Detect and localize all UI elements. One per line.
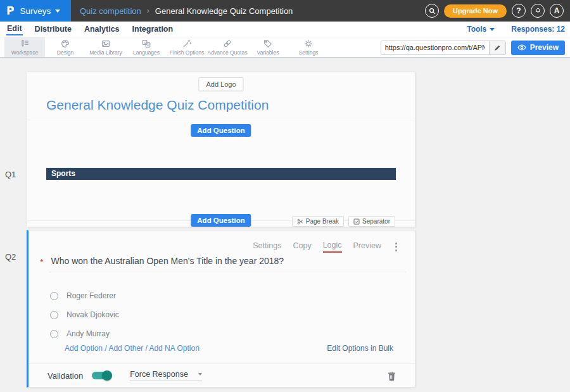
nav-tab-integration[interactable]: Integration bbox=[132, 24, 174, 35]
question-number-q1: Q1 bbox=[5, 170, 16, 179]
force-response-dropdown[interactable]: Force Response bbox=[130, 370, 202, 381]
question-tab-settings[interactable]: Settings bbox=[253, 241, 281, 252]
page-break-label: Page Break bbox=[306, 218, 339, 225]
scissors-icon bbox=[297, 218, 303, 225]
toolbar-tab-design[interactable]: Design bbox=[45, 37, 86, 57]
toggle-knob bbox=[102, 370, 112, 381]
breadcrumb-current: General Knowledge Quiz Competition bbox=[155, 6, 293, 16]
add-question-button-bottom[interactable]: Add Question bbox=[191, 214, 251, 227]
breadcrumb-parent-link[interactable]: Quiz competition bbox=[80, 6, 141, 16]
gear-icon bbox=[303, 39, 314, 49]
toolbar-right: Preview bbox=[381, 37, 565, 58]
toolbar-tab-workspace[interactable]: Workspace bbox=[4, 37, 45, 57]
surveys-menu[interactable]: P Surveys bbox=[0, 0, 71, 22]
add-logo-button[interactable]: Add Logo bbox=[198, 77, 243, 91]
surveys-menu-label: Surveys bbox=[20, 6, 51, 16]
toolbar-tab-media-library[interactable]: Media Library bbox=[86, 37, 126, 57]
section-header-sports[interactable]: Sports bbox=[46, 168, 396, 180]
toolbar-tab-label: Settings bbox=[299, 49, 319, 56]
survey-url-input[interactable] bbox=[381, 41, 489, 54]
more-menu-icon[interactable] bbox=[394, 241, 398, 253]
toolbar-tab-label: Variables bbox=[257, 49, 279, 56]
image-icon bbox=[101, 39, 111, 49]
option-label[interactable]: Andy Murray bbox=[66, 329, 110, 338]
help-icon: ? bbox=[516, 6, 521, 15]
force-response-label: Force Response bbox=[130, 370, 188, 379]
search-button[interactable] bbox=[425, 4, 439, 18]
divider bbox=[27, 120, 415, 120]
toolbar-tab-variables[interactable]: Variables bbox=[248, 37, 288, 57]
survey-header-card: Add Logo General Knowledge Quiz Competit… bbox=[27, 72, 415, 227]
validation-toggle[interactable] bbox=[92, 372, 111, 379]
preview-label: Preview bbox=[530, 43, 559, 52]
separator-label: Separator bbox=[362, 218, 390, 225]
toolbar-tab-languages[interactable]: x A Languages bbox=[126, 37, 167, 57]
survey-title[interactable]: General Knowledge Quiz Competition bbox=[46, 98, 269, 113]
breadcrumb: Quiz competition › General Knowledge Qui… bbox=[80, 6, 293, 16]
nav-tab-edit[interactable]: Edit bbox=[6, 23, 23, 35]
survey-canvas: Q1 Q2 Add Logo General Knowledge Quiz Co… bbox=[0, 58, 570, 392]
link-separator: / bbox=[103, 344, 108, 353]
question-tab-logic[interactable]: Logic bbox=[323, 241, 342, 253]
questionpro-logo: P bbox=[6, 4, 14, 17]
question-text-field[interactable]: Who won the Australian Open Men's Title … bbox=[49, 256, 406, 272]
question-number-q2: Q2 bbox=[5, 252, 16, 262]
tag-icon bbox=[263, 39, 273, 49]
validation-label: Validation bbox=[48, 371, 83, 381]
question-action-tabs: Settings Copy Logic Preview bbox=[253, 241, 398, 253]
add-question-button-top[interactable]: Add Question bbox=[191, 124, 251, 137]
toolbar-tab-label: Workspace bbox=[11, 49, 38, 56]
tools-dropdown[interactable]: Tools bbox=[467, 25, 495, 34]
toolbar-tab-advance-quotas[interactable]: Advance Quotas bbox=[207, 37, 248, 57]
insert-controls: Page Break Separator bbox=[292, 216, 395, 227]
upgrade-now-button[interactable]: Upgrade Now bbox=[444, 4, 507, 18]
top-header: P Surveys Quiz competition › General Kno… bbox=[0, 0, 570, 22]
nav-tab-analytics[interactable]: Analytics bbox=[84, 24, 120, 35]
toolbar-tab-settings[interactable]: Settings bbox=[288, 37, 329, 57]
question-footer: Validation Force Response bbox=[28, 364, 415, 387]
tools-label: Tools bbox=[467, 25, 486, 34]
radio-button[interactable] bbox=[50, 311, 58, 319]
add-na-option-link[interactable]: Add NA Option bbox=[149, 344, 199, 353]
edit-toolbar: Workspace Design Media Library x A Langu… bbox=[0, 37, 570, 58]
eye-icon bbox=[517, 44, 526, 51]
answer-options: Roger Federer Novak Djokovic Andy Murray bbox=[50, 286, 119, 343]
delete-question-button[interactable] bbox=[388, 371, 396, 381]
edit-options-in-bulk-link[interactable]: Edit Options in Bulk bbox=[327, 344, 393, 353]
page-break-button[interactable]: Page Break bbox=[292, 216, 344, 227]
help-button[interactable]: ? bbox=[512, 4, 526, 18]
search-icon bbox=[428, 7, 436, 15]
preview-button[interactable]: Preview bbox=[511, 41, 565, 55]
option-row: Andy Murray bbox=[50, 324, 119, 343]
option-row: Roger Federer bbox=[50, 286, 119, 305]
option-label[interactable]: Novak Djokovic bbox=[66, 310, 119, 319]
nav-tab-distribute[interactable]: Distribute bbox=[34, 24, 72, 35]
edit-url-button[interactable] bbox=[489, 41, 505, 55]
question-tab-copy[interactable]: Copy bbox=[293, 241, 311, 252]
separator-button[interactable]: Separator bbox=[348, 216, 395, 227]
chevron-down-icon bbox=[55, 9, 60, 13]
question-text-row: * Who won the Australian Open Men's Titl… bbox=[40, 256, 406, 272]
pencil-icon bbox=[494, 44, 501, 51]
radio-button[interactable] bbox=[50, 330, 58, 338]
translate-icon: x A bbox=[141, 39, 151, 49]
toolbar-tab-label: Languages bbox=[133, 49, 160, 56]
avatar-initial: A bbox=[554, 6, 560, 15]
toolbar-tab-finish-options[interactable]: Finish Options bbox=[167, 37, 207, 57]
question-tab-preview[interactable]: Preview bbox=[353, 241, 381, 252]
radio-button[interactable] bbox=[50, 292, 58, 300]
add-other-link[interactable]: Add Other bbox=[108, 344, 143, 353]
notifications-button[interactable] bbox=[531, 4, 545, 18]
breadcrumb-separator: › bbox=[147, 6, 149, 15]
nav-right: Tools Responses: 12 bbox=[467, 25, 565, 34]
chevron-down-icon bbox=[490, 28, 495, 31]
account-avatar[interactable]: A bbox=[550, 4, 564, 18]
palette-icon bbox=[60, 39, 70, 49]
survey-url-box bbox=[381, 41, 506, 55]
workspace-icon bbox=[20, 39, 30, 49]
survey-nav: Edit Distribute Analytics Integration To… bbox=[0, 22, 570, 37]
add-option-link[interactable]: Add Option bbox=[65, 344, 103, 353]
option-label[interactable]: Roger Federer bbox=[66, 291, 116, 300]
required-asterisk: * bbox=[40, 257, 43, 267]
responses-count[interactable]: Responses: 12 bbox=[511, 25, 565, 34]
